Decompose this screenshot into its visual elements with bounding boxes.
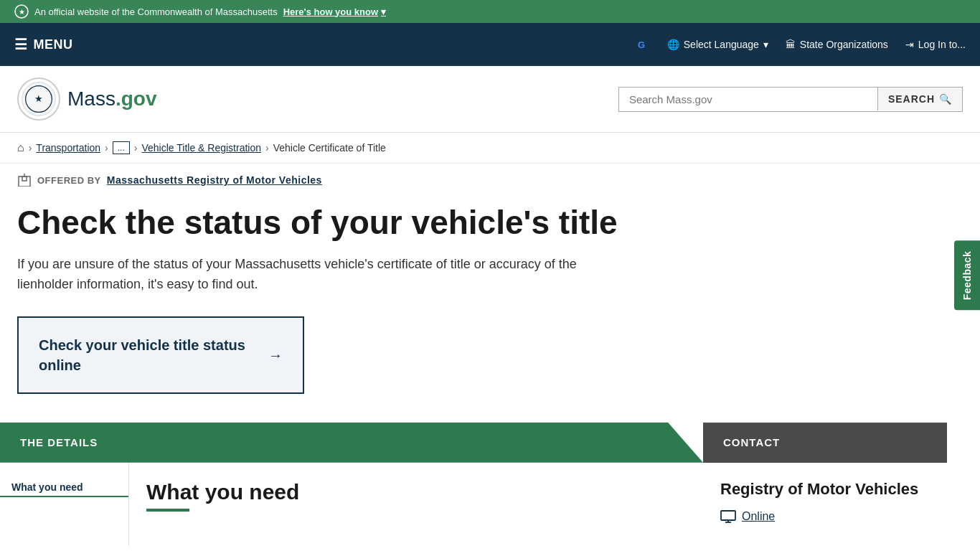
heading-underline (146, 509, 189, 512)
logo-mass: Mass (67, 88, 116, 110)
svg-rect-7 (22, 176, 27, 181)
svg-text:★: ★ (19, 8, 25, 16)
contact-online-link[interactable]: Online (720, 510, 930, 523)
chevron-icon: ▾ (381, 6, 386, 17)
details-tab[interactable]: THE DETAILS (0, 423, 703, 463)
state-organizations-link[interactable]: 🏛 State Organizations (786, 39, 888, 50)
building-icon: 🏛 (786, 39, 796, 50)
breadcrumb-home[interactable]: ⌂ (17, 141, 24, 154)
chevron-down-icon: ▾ (763, 39, 768, 50)
globe-icon: 🌐 (667, 39, 679, 50)
search-icon: 🔍 (939, 93, 952, 105)
details-main-content: What you need (129, 463, 703, 546)
monitor-icon (720, 510, 736, 523)
site-header: ★ Mass.gov SEARCH 🔍 (0, 66, 980, 133)
offered-by-org-link[interactable]: Massachusetts Registry of Motor Vehicles (107, 174, 322, 186)
building-small-icon (17, 174, 32, 187)
tabs-content: What you need What you need Registry of … (0, 463, 947, 546)
search-area: SEARCH 🔍 (618, 87, 963, 112)
login-icon: ⇥ (905, 39, 914, 50)
breadcrumb-sep-1: › (29, 142, 32, 154)
search-input[interactable] (619, 88, 877, 111)
page-title: Check the status of your vehicle's title (17, 204, 672, 242)
feedback-tab[interactable]: Feedback (954, 241, 980, 311)
breadcrumb-transportation[interactable]: Transportation (36, 142, 100, 154)
svg-rect-9 (721, 511, 735, 520)
svg-text:G: G (638, 39, 645, 50)
logo-text: Mass.gov (67, 88, 156, 110)
log-in-link[interactable]: ⇥ Log In to... (905, 39, 966, 50)
cta-card: Check your vehicle title status online → (17, 316, 304, 394)
what-you-need-heading: What you need (146, 480, 686, 504)
menu-button[interactable]: ☰ Menu (14, 36, 73, 53)
mass-seal: ★ (21, 81, 57, 117)
svg-text:★: ★ (34, 93, 43, 104)
arrow-icon: → (268, 345, 283, 365)
svg-rect-6 (19, 176, 30, 187)
search-button[interactable]: SEARCH 🔍 (877, 88, 962, 110)
breadcrumb: ⌂ › Transportation › ... › Vehicle Title… (0, 133, 980, 164)
top-bar: ★ An official website of the Commonwealt… (0, 0, 980, 23)
hamburger-icon: ☰ (14, 36, 28, 53)
breadcrumb-vehicle-title-reg[interactable]: Vehicle Title & Registration (141, 142, 261, 154)
breadcrumb-sep-2: › (105, 142, 108, 154)
contact-title: Registry of Motor Vehicles (720, 480, 930, 499)
breadcrumb-current: Vehicle Certificate of Title (273, 142, 386, 154)
breadcrumb-ellipsis[interactable]: ... (113, 141, 130, 154)
select-language-link[interactable]: 🌐 Select Language ▾ (667, 39, 768, 50)
how-you-know-link[interactable]: Here's how you know ▾ (283, 6, 386, 17)
nav-right: G 🌐 Select Language ▾ 🏛 State Organizati… (637, 38, 966, 51)
google-icon: G (637, 38, 650, 51)
official-text: An official website of the Commonwealth … (34, 6, 278, 17)
breadcrumb-sep-3: › (134, 142, 138, 154)
breadcrumb-sep-4: › (265, 142, 269, 154)
page-subtitle: If you are unsure of the status of your … (17, 255, 606, 295)
sidebar-nav-what-you-need[interactable]: What you need (0, 477, 128, 497)
bottom-sections: THE DETAILS CONTACT (0, 423, 947, 463)
nav-bar: ☰ Menu G 🌐 Select Language ▾ 🏛 State Org… (0, 23, 980, 66)
site-logo[interactable]: ★ Mass.gov (17, 77, 156, 121)
main-content: Check the status of your vehicle's title… (0, 189, 689, 423)
contact-tab[interactable]: CONTACT (703, 423, 947, 463)
google-translate-link[interactable]: G (637, 38, 650, 51)
details-sidebar-nav: What you need (0, 463, 129, 546)
seal-icon: ★ (14, 4, 29, 19)
seal-circle: ★ (17, 77, 60, 121)
contact-content: Registry of Motor Vehicles Online (703, 463, 947, 546)
cta-link[interactable]: Check your vehicle title status online → (39, 335, 283, 375)
offered-by: OFFERED BY Massachusetts Registry of Mot… (0, 164, 980, 189)
